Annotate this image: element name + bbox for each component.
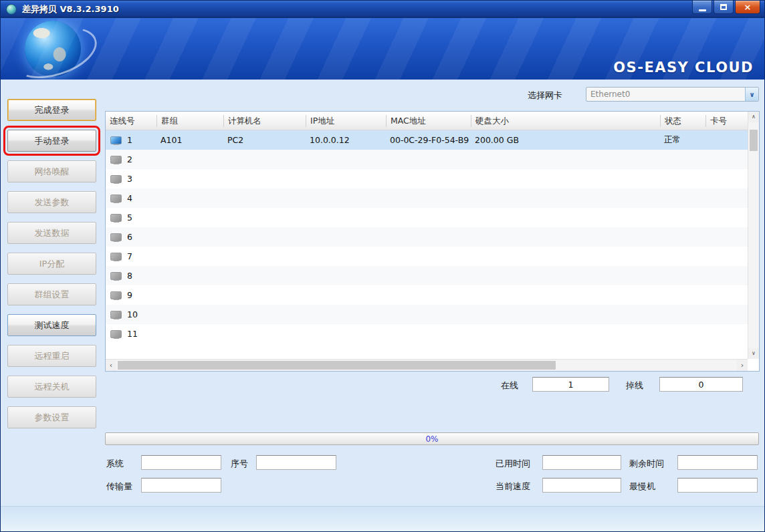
sidebar-button[interactable]: 发送参数	[7, 191, 96, 213]
cell-mac: 00-0C-29-F0-54-B9	[386, 135, 471, 145]
maximize-button[interactable]	[714, 1, 734, 14]
table-row[interactable]: 3	[106, 169, 748, 188]
table-body: 1 A101 PC2 10.0.0.12 00-0C-29-F0-54-B9 2…	[106, 130, 748, 359]
computer-icon	[110, 311, 122, 319]
cell-computer-name: PC2	[223, 135, 306, 145]
cell-line-number: 7	[127, 251, 132, 261]
globe-logo-icon	[25, 21, 81, 77]
column-header-card[interactable]: 卡号	[705, 115, 748, 127]
dropdown-arrow-glyph: ∨	[749, 91, 754, 98]
window-controls: ×	[692, 1, 760, 15]
elapsed-time-field[interactable]	[542, 455, 621, 470]
scroll-up-icon[interactable]: ∧	[748, 112, 759, 122]
scroll-down-icon[interactable]: ∨	[748, 348, 759, 359]
close-button[interactable]: ×	[735, 1, 760, 14]
table-row[interactable]: 1 A101 PC2 10.0.0.12 00-0C-29-F0-54-B9 2…	[106, 130, 748, 150]
system-label: 系统	[106, 458, 124, 470]
cell-line-number: 3	[127, 174, 132, 184]
horizontal-scrollbar[interactable]: ‹ ›	[106, 359, 748, 371]
computer-icon	[110, 291, 122, 299]
titlebar: 差异拷贝 V8.3.2.3910 ×	[1, 1, 765, 18]
footer-band	[1, 506, 765, 532]
serial-field[interactable]	[256, 455, 336, 470]
scroll-right-icon[interactable]: ›	[737, 360, 748, 371]
cell-line-number: 1	[127, 135, 132, 145]
sidebar-button[interactable]: 发送数据	[7, 222, 96, 244]
column-header-mac[interactable]: MAC地址	[386, 115, 471, 127]
sidebar-button[interactable]: IP分配	[7, 253, 96, 275]
progress-bar: 0%	[105, 432, 759, 445]
sidebar-button[interactable]: 手动登录	[7, 130, 96, 152]
slowest-machine-label: 最慢机	[629, 481, 655, 493]
vertical-scrollbar[interactable]: ∧ ∨	[748, 112, 759, 359]
client-table: 连线号 群组 计算机名 IP地址 MAC地址 硬盘大小 状态 卡号 1 A101…	[105, 111, 760, 372]
computer-icon	[110, 194, 122, 203]
table-row[interactable]: 8	[106, 266, 748, 285]
cell-line-number: 6	[127, 232, 132, 242]
cell-group: A101	[156, 135, 223, 145]
sidebar-button[interactable]: 远程关机	[7, 376, 96, 398]
cell-disk-size: 200.00 GB	[471, 135, 660, 145]
remaining-time-label: 剩余时间	[629, 458, 664, 470]
sidebar-button[interactable]: 远程重启	[7, 345, 96, 367]
serial-label: 序号	[231, 458, 248, 470]
computer-icon	[110, 272, 122, 280]
cell-line-number: 8	[127, 271, 132, 281]
cell-line-number: 2	[127, 154, 132, 164]
cell-line-number: 9	[127, 290, 132, 300]
network-adapter-label: 选择网卡	[528, 90, 562, 102]
network-adapter-select[interactable]: Ethernet0 ∨	[586, 87, 759, 102]
table-row[interactable]: 4	[106, 188, 748, 208]
vertical-scroll-thumb[interactable]	[750, 130, 758, 151]
table-row[interactable]: 11	[106, 324, 748, 344]
minimize-icon	[699, 9, 706, 11]
slowest-machine-field[interactable]	[677, 478, 758, 493]
column-header-computer[interactable]: 计算机名	[223, 115, 306, 127]
sidebar-button[interactable]: 群组设置	[7, 283, 96, 305]
remaining-time-field[interactable]	[677, 455, 758, 470]
cell-line-number: 5	[127, 213, 132, 223]
cell-line-number: 4	[127, 193, 132, 203]
column-header-line[interactable]: 连线号	[106, 115, 156, 127]
computer-icon	[110, 330, 122, 338]
elapsed-time-label: 已用时间	[496, 458, 530, 470]
table-row[interactable]: 10	[106, 305, 748, 324]
computer-icon	[110, 175, 122, 183]
column-header-ip[interactable]: IP地址	[306, 115, 386, 127]
sidebar-button[interactable]: 网络唤醒	[7, 160, 96, 182]
app-window: 差异拷贝 V8.3.2.3910 × OS-EASY CLOUD 选择网卡 Et…	[0, 0, 765, 532]
cell-line-number: 11	[127, 329, 138, 339]
horizontal-scroll-thumb[interactable]	[118, 361, 556, 370]
online-count: 1	[532, 377, 609, 392]
offline-label: 掉线	[626, 380, 643, 392]
table-row[interactable]: 9	[106, 285, 748, 305]
system-field[interactable]	[141, 455, 221, 470]
table-header: 连线号 群组 计算机名 IP地址 MAC地址 硬盘大小 状态 卡号	[106, 112, 748, 130]
current-speed-label: 当前速度	[496, 481, 530, 493]
network-adapter-value: Ethernet0	[586, 90, 745, 99]
online-label: 在线	[501, 380, 518, 392]
column-header-group[interactable]: 群组	[156, 115, 223, 127]
minimize-button[interactable]	[692, 1, 712, 14]
cell-line-number: 10	[127, 309, 138, 319]
close-icon: ×	[744, 3, 752, 11]
transfer-field[interactable]	[141, 478, 221, 493]
scroll-left-icon[interactable]: ‹	[106, 360, 116, 371]
app-icon	[6, 4, 17, 15]
table-row[interactable]: 2	[106, 150, 748, 169]
table-row[interactable]: 6	[106, 227, 748, 247]
transfer-label: 传输量	[106, 481, 132, 493]
window-title: 差异拷贝 V8.3.2.3910	[22, 1, 119, 18]
sidebar-button[interactable]: 完成登录	[7, 99, 96, 121]
cell-ip: 10.0.0.12	[306, 135, 386, 145]
computer-icon	[110, 233, 122, 241]
sidebar-button[interactable]: 参数设置	[7, 406, 96, 428]
table-row[interactable]: 7	[106, 247, 748, 266]
chevron-down-icon[interactable]: ∨	[745, 88, 758, 101]
table-row[interactable]: 5	[106, 208, 748, 227]
maximize-icon	[720, 4, 727, 10]
column-header-status[interactable]: 状态	[660, 115, 705, 127]
sidebar-button[interactable]: 测试速度	[7, 314, 96, 336]
current-speed-field[interactable]	[542, 478, 621, 493]
column-header-disk[interactable]: 硬盘大小	[471, 115, 660, 127]
